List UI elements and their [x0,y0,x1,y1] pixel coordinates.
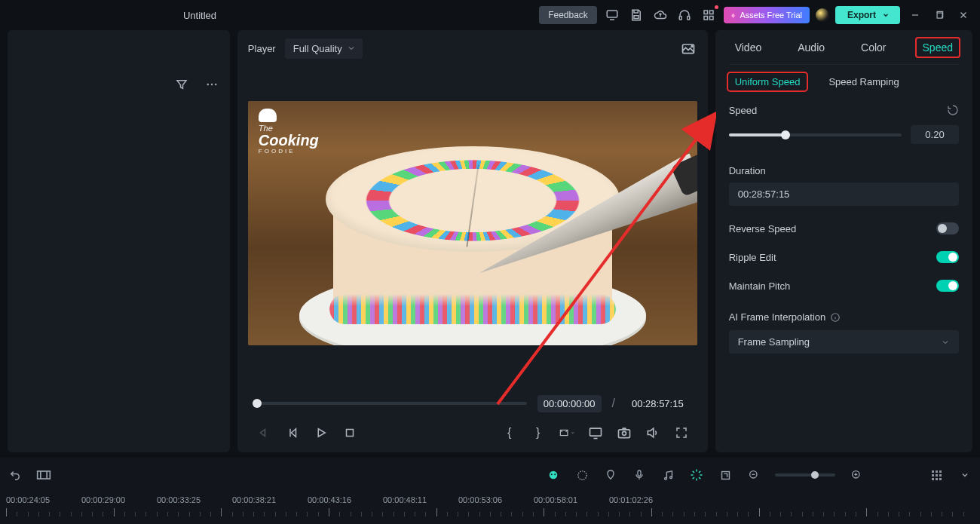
tab-color[interactable]: Color [855,38,892,57]
total-time: 00:28:57:15 [626,395,690,412]
title-bar: Untitled Feedback ♦ Assets Free Trial Ex… [0,0,980,30]
svg-rect-3 [688,17,690,20]
reverse-speed-toggle[interactable] [936,222,959,234]
fullscreen-icon[interactable] [673,424,690,441]
info-icon[interactable] [830,312,841,323]
device-icon[interactable] [603,6,621,24]
speed-label: Speed [729,105,758,116]
svg-rect-2 [679,17,681,20]
mark-in-icon[interactable]: { [501,424,518,441]
camera-icon[interactable] [616,424,632,441]
chevron-down-icon [347,44,356,53]
svg-point-9 [207,84,208,85]
svg-rect-20 [38,471,51,479]
video-preview[interactable]: The Cooking FOODIE [248,101,697,345]
window-minimize-icon[interactable] [906,6,924,24]
ripple-edit-label: Ripple Edit [729,252,776,263]
svg-rect-25 [638,470,641,476]
maintain-pitch-label: Maintain Pitch [729,280,791,292]
ai-interpolation-label: AI Frame Interpolation [729,311,826,323]
svg-rect-6 [704,17,708,20]
marker-icon[interactable] [603,467,618,483]
current-time: 00:00:00:00 [537,395,602,412]
svg-rect-4 [704,11,708,14]
time-separator: / [612,397,615,410]
ripple-edit-toggle[interactable] [936,251,959,263]
stop-button[interactable] [341,424,358,441]
filter-icon[interactable] [173,75,191,93]
zoom-out-icon[interactable] [746,467,761,483]
maintain-pitch-toggle[interactable] [936,280,959,292]
prev-frame-button[interactable] [256,424,272,441]
player-panel: Player Full Quality The Cooking FOODIE [237,30,708,452]
timeline-ruler[interactable]: 00:00:24:0500:00:29:0000:00:33:2500:00:3… [0,492,980,522]
player-progress[interactable] [256,402,527,405]
window-close-icon[interactable] [954,6,972,24]
player-label: Player [248,43,276,54]
svg-rect-7 [709,17,713,20]
svg-point-13 [691,46,693,47]
more-icon[interactable] [203,75,221,93]
play-button[interactable] [313,424,329,441]
apps-icon[interactable] [700,6,718,24]
document-title: Untitled [0,10,400,21]
music-icon[interactable] [660,467,675,483]
media-library-panel [8,30,230,452]
zoom-in-icon[interactable] [849,467,864,483]
duration-label: Duration [729,165,959,176]
subtab-speed-ramping[interactable]: Speed Ramping [822,74,905,90]
assets-trial-label: Assets Free Trial [740,11,802,20]
reverse-speed-label: Reverse Speed [729,223,797,234]
color-wheel-icon[interactable] [574,467,590,483]
subtab-uniform-speed[interactable]: Uniform Speed [729,74,807,90]
aspect-icon[interactable] [559,424,575,441]
timeline-clip-icon[interactable] [36,467,51,483]
quality-value: Full Quality [293,43,342,54]
speed-slider[interactable] [729,133,902,136]
chevron-down-icon[interactable] [957,467,972,483]
svg-point-18 [622,431,626,435]
duration-input[interactable]: 00:28:57:15 [729,182,959,206]
tab-audio[interactable]: Audio [792,38,831,57]
snapshot-icon[interactable] [679,39,697,57]
speed-tool-icon[interactable] [689,467,704,483]
speed-value[interactable]: 0.20 [911,125,959,144]
reset-speed-icon[interactable] [947,104,959,116]
svg-point-22 [551,473,553,475]
mark-out-icon[interactable]: } [530,424,547,441]
window-restore-icon[interactable] [930,6,948,24]
cloud-icon[interactable] [651,6,669,24]
svg-rect-28 [721,471,729,479]
svg-point-24 [577,470,586,479]
display-icon[interactable] [587,424,604,441]
chevron-down-icon [941,338,950,347]
volume-icon[interactable] [645,424,661,441]
svg-point-11 [215,84,216,85]
step-backward-button[interactable] [284,424,301,441]
chevron-down-icon [882,11,890,19]
headphones-icon[interactable] [675,6,694,24]
crop-icon[interactable] [718,467,733,483]
svg-rect-14 [346,430,353,437]
timeline-zoom-slider[interactable] [775,473,835,477]
svg-point-27 [669,476,672,478]
feedback-button[interactable]: Feedback [539,6,597,24]
mic-icon[interactable] [632,467,647,483]
timeline-ai-icon[interactable] [546,467,561,483]
tab-speed[interactable]: Speed [917,38,959,57]
gem-icon: ♦ [731,11,736,20]
assets-trial-button[interactable]: ♦ Assets Free Trial [724,7,810,23]
timeline-area: 00:00:24:0500:00:29:0000:00:33:2500:00:3… [0,458,980,524]
svg-rect-17 [618,430,629,438]
svg-point-26 [664,477,666,480]
ai-mode-select[interactable]: Frame Sampling [729,330,959,354]
timeline-undo-icon[interactable] [8,467,23,483]
save-icon[interactable] [627,6,645,24]
quality-select[interactable]: Full Quality [285,38,363,59]
grid-icon[interactable] [929,467,944,483]
user-avatar[interactable] [816,8,829,22]
svg-rect-5 [709,11,713,14]
tab-video[interactable]: Video [729,38,768,57]
export-button[interactable]: Export [835,6,900,24]
properties-panel: Video Audio Color Speed Uniform Speed Sp… [715,30,972,452]
